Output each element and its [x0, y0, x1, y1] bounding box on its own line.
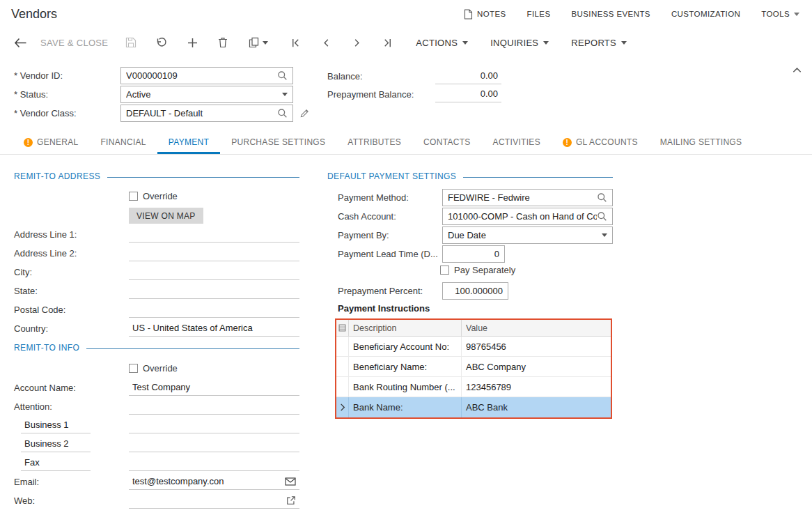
status-select[interactable]: Active	[120, 86, 293, 103]
city-input[interactable]	[129, 263, 299, 280]
tab-payment[interactable]: PAYMENT	[157, 132, 220, 154]
search-icon[interactable]	[597, 192, 607, 203]
save-icon[interactable]	[122, 33, 140, 52]
phone-type-selector[interactable]: Business 2	[21, 436, 91, 452]
pay-separately-row: Pay Separately	[440, 263, 515, 276]
next-record-button[interactable]	[348, 33, 366, 52]
address-line-1-row: Address Line 1:	[14, 225, 299, 243]
attention-input[interactable]	[129, 398, 299, 415]
payment-method-input[interactable]: FEDWIRE - Fedwire	[442, 189, 613, 206]
state-input[interactable]	[129, 282, 299, 299]
phone-type-selector[interactable]: Business 1	[21, 417, 91, 433]
first-record-button[interactable]	[286, 33, 304, 52]
country-input[interactable]: US - United States of America	[129, 320, 299, 337]
tab-attributes[interactable]: ATTRIBUTES	[336, 132, 412, 154]
grid-cell-value[interactable]: 98765456	[462, 337, 611, 356]
grid-row-bank-name[interactable]: Bank Name: ABC Bank	[336, 397, 611, 417]
titlebar-actions: NOTES FILES BUSINESS EVENTS CUSTOMIZATIO…	[464, 9, 799, 20]
tab-mailing-settings[interactable]: MAILING SETTINGS	[649, 132, 753, 154]
prepayment-percent-input[interactable]: 100.000000	[442, 282, 508, 300]
reports-menu[interactable]: REPORTS	[571, 38, 627, 48]
web-input[interactable]	[129, 492, 299, 509]
grid-cell-description[interactable]: Bank Name:	[349, 397, 462, 417]
row-selector-cell[interactable]	[336, 377, 349, 397]
phone-type-selector[interactable]: Fax	[21, 454, 91, 471]
search-icon[interactable]	[277, 70, 288, 81]
grid-col-description[interactable]: Description	[349, 320, 462, 336]
row-selector-cell[interactable]	[336, 357, 349, 376]
tab-label: MAILING SETTINGS	[660, 137, 742, 147]
tab-financial[interactable]: FINANCIAL	[89, 132, 157, 154]
inquiries-label: INQUIRIES	[490, 38, 538, 48]
files-button[interactable]: FILES	[527, 10, 551, 18]
copy-paste-menu[interactable]	[244, 33, 272, 52]
chevron-down-icon	[621, 41, 627, 45]
grid-cell-value[interactable]: ABC Bank	[462, 397, 611, 417]
previous-record-button[interactable]	[317, 33, 335, 52]
phone-type-label: Business 1	[24, 420, 87, 430]
pay-separately-checkbox[interactable]	[440, 266, 449, 275]
tab-contacts[interactable]: CONTACTS	[412, 132, 482, 154]
payment-lead-time-input[interactable]: 0	[442, 245, 505, 263]
grid-cell-description[interactable]: Beneficiary Name:	[349, 357, 462, 376]
vendor-id-input[interactable]: V000000109	[120, 67, 293, 84]
search-icon[interactable]	[597, 211, 607, 222]
search-icon[interactable]	[277, 108, 288, 118]
delete-icon[interactable]	[214, 33, 232, 52]
tab-gl-accounts[interactable]: GL ACCOUNTS	[552, 132, 649, 154]
phone-business1-input[interactable]	[129, 417, 299, 433]
grid-cell-description[interactable]: Bank Routing Number (...	[349, 377, 462, 397]
tab-general[interactable]: GENERAL	[13, 132, 89, 154]
grid-cell-description[interactable]: Beneficiary Account No:	[349, 337, 462, 356]
grid-row-beneficiary-account[interactable]: Beneficiary Account No: 98765456	[336, 337, 611, 357]
save-close-button[interactable]: SAVE & CLOSE	[40, 38, 108, 48]
field-value: test@testcompany.con	[132, 476, 285, 486]
inquiries-menu[interactable]: INQUIRIES	[490, 38, 549, 48]
envelope-icon[interactable]	[285, 477, 296, 486]
cash-account-row: Cash Account: 101000-COMP - Cash on Hand…	[338, 207, 613, 225]
account-name-input[interactable]: Test Company	[129, 379, 299, 396]
postal-code-input[interactable]	[129, 301, 299, 318]
override-checkbox[interactable]	[129, 192, 138, 201]
phone-business2-input[interactable]	[129, 436, 299, 452]
grid-row-bank-routing-number[interactable]: Bank Routing Number (... 123456789	[336, 377, 611, 397]
tools-menu[interactable]: TOOLS	[761, 10, 799, 18]
tab-activities[interactable]: ACTIVITIES	[482, 132, 552, 154]
vendor-class-input[interactable]: DEFAULT - Default	[120, 105, 293, 122]
edit-pencil-icon[interactable]	[299, 108, 310, 118]
address-line-2-input[interactable]	[129, 245, 299, 261]
payment-by-select[interactable]: Due Date	[442, 226, 613, 244]
external-link-icon[interactable]	[286, 495, 296, 505]
view-on-map-button[interactable]: VIEW ON MAP	[129, 208, 203, 224]
field-value: 0	[494, 249, 499, 259]
grid-col-value[interactable]: Value	[462, 320, 611, 336]
country-row: Country: US - United States of America	[14, 319, 299, 337]
tab-purchase-settings[interactable]: PURCHASE SETTINGS	[220, 132, 336, 154]
grid-settings-icon[interactable]	[336, 320, 349, 336]
collapse-summary-button[interactable]	[792, 66, 802, 74]
grid-row-beneficiary-name[interactable]: Beneficiary Name: ABC Company	[336, 357, 611, 377]
email-input[interactable]: test@testcompany.con	[129, 473, 299, 490]
account-name-label: Account Name:	[14, 383, 129, 393]
customization-label: CUSTOMIZATION	[671, 10, 740, 18]
add-icon[interactable]	[183, 33, 201, 52]
back-button[interactable]	[11, 33, 29, 52]
override-checkbox[interactable]	[129, 364, 138, 373]
last-record-button[interactable]	[378, 33, 396, 52]
actions-label: ACTIONS	[416, 38, 458, 48]
phone-fax-input[interactable]	[129, 454, 299, 471]
vendor-id-label: * Vendor ID:	[14, 70, 120, 81]
row-selector-cell[interactable]	[336, 337, 349, 356]
field-value: FEDWIRE - Fedwire	[448, 192, 597, 203]
undo-icon[interactable]	[153, 33, 171, 52]
grid-cell-value[interactable]: 123456789	[462, 377, 611, 397]
notes-button[interactable]: NOTES	[464, 9, 506, 20]
address-line-1-input[interactable]	[129, 226, 299, 243]
cash-account-input[interactable]: 101000-COMP - Cash on Hand of Cor	[442, 208, 613, 225]
actions-menu[interactable]: ACTIONS	[416, 38, 468, 48]
grid-cell-value[interactable]: ABC Company	[462, 357, 611, 376]
business-events-button[interactable]: BUSINESS EVENTS	[572, 10, 650, 18]
row-selector-arrow-icon[interactable]	[336, 397, 349, 417]
customization-button[interactable]: CUSTOMIZATION	[671, 10, 740, 18]
address-override-row: Override	[129, 190, 178, 202]
